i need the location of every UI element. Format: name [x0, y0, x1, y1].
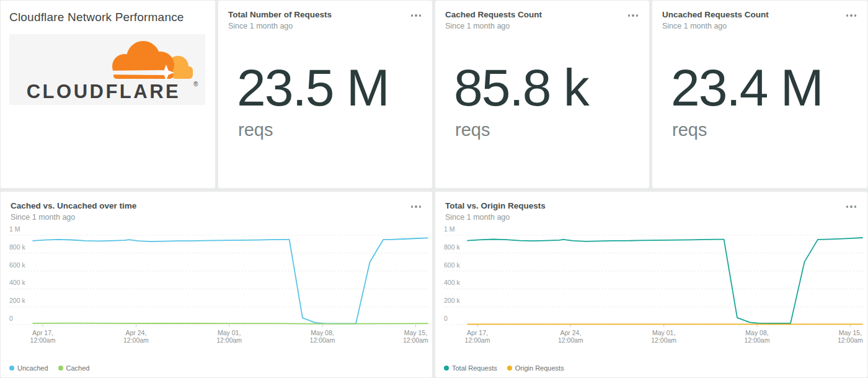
- widget-header: Total Number of Requests Since 1 month a…: [218, 1, 432, 30]
- billboard-value: 23.4 M: [671, 61, 867, 114]
- logo-wordmark: CLOUDFLARE: [27, 81, 181, 102]
- more-options-icon[interactable]: [627, 9, 640, 22]
- widget-title: Uncached Requests Count: [662, 9, 769, 20]
- widget-title: Cached vs. Uncached over time: [11, 200, 136, 211]
- legend-dot-icon: [9, 366, 14, 371]
- y-axis-label: 600 k: [444, 261, 460, 269]
- chart-legend: UncachedCached: [9, 364, 89, 372]
- y-axis-label: 200 k: [9, 297, 25, 304]
- x-axis-label: May 15,: [839, 329, 862, 336]
- billboard-cached-requests: Cached Requests Count Since 1 month ago …: [435, 0, 650, 189]
- widget-title: Cached Requests Count: [445, 9, 542, 20]
- x-axis-label: May 01,: [218, 329, 241, 336]
- billboard-value: 23.5 M: [237, 61, 432, 114]
- x-axis-label: Apr 17,: [467, 329, 488, 336]
- more-options-icon[interactable]: [410, 9, 423, 22]
- series-line-total-requests[interactable]: [467, 238, 862, 323]
- legend-label: Origin Requests: [515, 364, 564, 372]
- x-axis-label: May 01,: [652, 329, 675, 336]
- cloudflare-logo: CLOUDFLARE ®: [9, 34, 205, 105]
- panel-dashboard-header: Cloudflare Network Performance CLOUDFLAR…: [0, 0, 216, 189]
- y-axis-label: 0: [9, 315, 13, 322]
- legend-dot-icon: [444, 366, 449, 371]
- y-axis-label: 1 M: [9, 225, 20, 233]
- legend-dot-icon: [58, 366, 63, 371]
- chart-total-vs-origin: Total vs. Origin Requests Since 1 month …: [435, 191, 868, 378]
- billboard-value: 85.8 k: [454, 61, 649, 114]
- legend-dot-icon: [507, 366, 512, 371]
- legend-item-total-requests[interactable]: Total Requests: [444, 364, 497, 372]
- x-axis-label: 12:00am: [558, 336, 583, 344]
- more-options-icon[interactable]: [845, 9, 858, 22]
- widget-subtitle: Since 1 month ago: [228, 22, 332, 30]
- billboard-unit: reqs: [455, 120, 649, 140]
- y-axis-label: 0: [444, 315, 448, 322]
- legend-item-uncached[interactable]: Uncached: [9, 364, 48, 372]
- billboard-total-requests: Total Number of Requests Since 1 month a…: [218, 0, 433, 189]
- dashboard-title: Cloudflare Network Performance: [1, 1, 215, 24]
- legend-label: Uncached: [17, 364, 48, 372]
- x-axis-label: Apr 24,: [125, 329, 146, 336]
- billboard-unit: reqs: [238, 120, 432, 140]
- x-axis-label: Apr 24,: [560, 329, 581, 336]
- y-axis-label: 200 k: [444, 297, 460, 304]
- series-line-cached[interactable]: [33, 323, 428, 324]
- y-axis-label: 800 k: [9, 243, 25, 251]
- widget-header: Uncached Requests Count Since 1 month ag…: [652, 1, 867, 30]
- widget-subtitle: Since 1 month ago: [445, 22, 542, 30]
- chart-legend: Total RequestsOrigin Requests: [444, 364, 564, 372]
- chart-plot-area[interactable]: 1 M800 k600 k400 k200 k0Apr 17,12:00amAp…: [1, 223, 433, 353]
- y-axis-label: 1 M: [444, 225, 455, 233]
- legend-label: Total Requests: [452, 364, 497, 372]
- x-axis-label: 12:00am: [651, 336, 676, 344]
- legend-item-cached[interactable]: Cached: [58, 364, 90, 372]
- x-axis-label: May 08,: [745, 329, 768, 336]
- x-axis-label: May 15,: [404, 329, 427, 336]
- x-axis-label: 12:00am: [216, 336, 242, 344]
- widget-header: Total vs. Origin Requests Since 1 month …: [435, 192, 867, 222]
- legend-item-origin-requests[interactable]: Origin Requests: [507, 364, 564, 372]
- y-axis-label: 800 k: [444, 243, 460, 251]
- x-axis-label: 12:00am: [745, 336, 770, 344]
- x-axis-label: 12:00am: [838, 336, 863, 344]
- billboard-uncached-requests: Uncached Requests Count Since 1 month ag…: [652, 0, 868, 189]
- widget-subtitle: Since 1 month ago: [662, 22, 769, 30]
- more-options-icon[interactable]: [845, 200, 858, 213]
- widget-title: Total Number of Requests: [228, 9, 332, 20]
- logo-registered-mark: ®: [193, 81, 198, 88]
- y-axis-label: 400 k: [444, 279, 460, 286]
- x-axis-label: 12:00am: [30, 336, 56, 344]
- legend-label: Cached: [66, 364, 90, 372]
- x-axis-label: 12:00am: [310, 336, 335, 344]
- widget-subtitle: Since 1 month ago: [445, 213, 546, 222]
- series-line-uncached[interactable]: [33, 238, 428, 323]
- widget-title: Total vs. Origin Requests: [445, 200, 546, 211]
- chart-cached-vs-uncached: Cached vs. Uncached over time Since 1 mo…: [0, 191, 433, 378]
- y-axis-label: 400 k: [9, 279, 25, 286]
- chart-plot-area[interactable]: 1 M800 k600 k400 k200 k0Apr 17,12:00amAp…: [435, 223, 868, 353]
- x-axis-label: 12:00am: [123, 336, 149, 344]
- widget-header: Cached Requests Count Since 1 month ago: [435, 1, 649, 30]
- more-options-icon[interactable]: [410, 200, 423, 213]
- widget-subtitle: Since 1 month ago: [11, 213, 136, 222]
- y-axis-label: 600 k: [9, 261, 25, 269]
- cloudflare-logo-image: CLOUDFLARE ®: [9, 34, 205, 105]
- x-axis-label: Apr 17,: [32, 329, 53, 336]
- widget-header: Cached vs. Uncached over time Since 1 mo…: [1, 192, 432, 222]
- logo-swoosh: [102, 70, 164, 75]
- x-axis-label: May 08,: [311, 329, 334, 336]
- x-axis-label: 12:00am: [403, 336, 428, 344]
- billboard-unit: reqs: [672, 120, 867, 140]
- x-axis-label: 12:00am: [465, 336, 490, 344]
